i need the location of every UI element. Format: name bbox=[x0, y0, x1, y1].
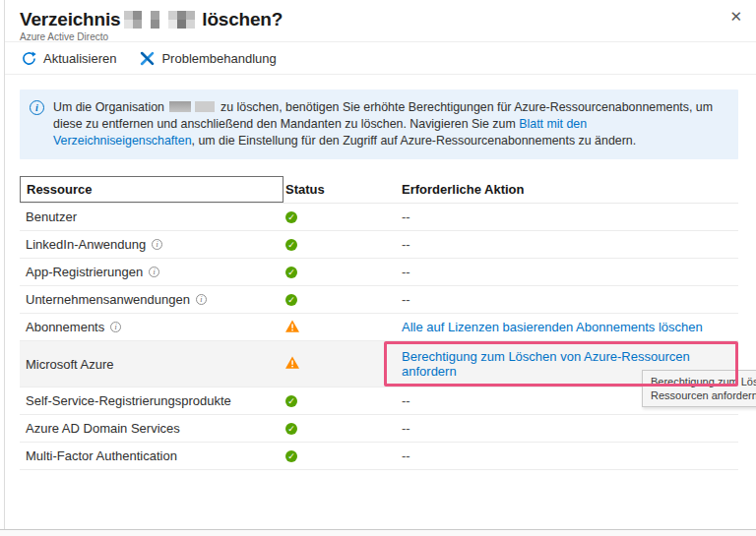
bottom-strip bbox=[0, 530, 756, 536]
table-row[interactable]: Benutzer ✓ -- bbox=[20, 204, 738, 231]
page-title: Verzeichnis löschen? bbox=[20, 9, 740, 30]
action-text: -- bbox=[402, 421, 410, 436]
refresh-button[interactable]: Aktualisieren bbox=[22, 51, 116, 66]
resource-info-icon: i bbox=[110, 322, 121, 332]
action-text: -- bbox=[402, 292, 410, 307]
title-prefix: Verzeichnis bbox=[20, 9, 120, 30]
status-ok-icon: ✓ bbox=[285, 395, 297, 407]
action-text[interactable]: Berechtigung zum Löschen von Azure-Resso… bbox=[402, 349, 690, 379]
action-text: -- bbox=[402, 237, 410, 252]
table-row[interactable]: LinkedIn-Anwendung i ✓ -- bbox=[20, 231, 738, 259]
resource-label: Benutzer bbox=[26, 209, 77, 224]
status-ok-icon: ✓ bbox=[285, 450, 297, 462]
column-header-erforderliche-aktion: Erforderliche Aktion bbox=[402, 182, 738, 197]
table-row[interactable]: Azure AD Domain Services ✓ -- bbox=[20, 415, 738, 443]
info-banner: i Um die Organisationzu löschen, benötig… bbox=[20, 89, 738, 159]
redacted-directory-name bbox=[124, 11, 195, 29]
tooltip-line-2: Ressourcen anfordern bbox=[651, 388, 756, 402]
resource-info-icon: i bbox=[196, 294, 207, 305]
column-header-status: Status bbox=[284, 182, 402, 197]
table-header-row: Ressource Status Erforderliche Aktion bbox=[20, 175, 738, 204]
troubleshoot-icon bbox=[140, 51, 155, 66]
blade-header: Verzeichnis löschen? Azure Active Direct… bbox=[5, 0, 756, 41]
table-row[interactable]: Microsoft Azure Berechtigung zum Löschen… bbox=[20, 341, 738, 387]
resource-label: App-Registrierungen bbox=[26, 265, 143, 279]
status-warning-icon bbox=[285, 356, 299, 372]
info-icon: i bbox=[30, 100, 44, 115]
resource-label: Microsoft Azure bbox=[26, 357, 114, 372]
annotation-highlight-box: Berechtigung zum Löschen von Azure-Resso… bbox=[384, 341, 738, 387]
command-bar: Aktualisieren Problembehandlung bbox=[5, 42, 756, 74]
status-ok-icon: ✓ bbox=[285, 239, 297, 251]
resource-label: Unternehmensanwendungen bbox=[26, 292, 190, 307]
redacted-org-name bbox=[169, 101, 215, 112]
table-row[interactable]: Multi-Factor Authentication ✓ -- bbox=[20, 443, 738, 470]
resource-label: Self-Service-Registrierungsprodukte bbox=[26, 393, 231, 408]
resource-label: LinkedIn-Anwendung bbox=[26, 237, 146, 252]
table-row[interactable]: Self-Service-Registrierungsprodukte ✓ -- bbox=[20, 387, 738, 415]
resource-table: Ressource Status Erforderliche Aktion Be… bbox=[20, 175, 738, 470]
troubleshoot-button[interactable]: Problembehandlung bbox=[140, 51, 276, 66]
status-ok-icon: ✓ bbox=[285, 211, 297, 223]
resource-label: Abonnements bbox=[26, 320, 104, 334]
action-text: -- bbox=[402, 448, 410, 463]
troubleshoot-label: Problembehandlung bbox=[161, 51, 276, 66]
resource-info-icon: i bbox=[149, 267, 159, 277]
column-header-ressource[interactable]: Ressource bbox=[20, 176, 284, 203]
table-row[interactable]: Abonnements i Alle auf Lizenzen basieren… bbox=[20, 314, 738, 341]
action-text: -- bbox=[402, 265, 410, 279]
title-suffix: löschen? bbox=[202, 9, 283, 30]
action-text[interactable]: Alle auf Lizenzen basierenden Abonnement… bbox=[402, 320, 703, 334]
resource-label: Multi-Factor Authentication bbox=[26, 448, 177, 463]
blade-subtitle: Azure Active Directo bbox=[20, 31, 740, 42]
status-ok-icon: ✓ bbox=[285, 267, 297, 278]
table-rows: Benutzer ✓ -- LinkedIn-Anwendung i ✓ -- … bbox=[20, 204, 738, 470]
table-row[interactable]: Unternehmensanwendungen i ✓ -- bbox=[20, 286, 738, 314]
status-ok-icon: ✓ bbox=[285, 294, 297, 306]
action-text: -- bbox=[402, 393, 410, 408]
action-text: -- bbox=[402, 209, 410, 224]
table-row[interactable]: App-Registrierungen i ✓ -- bbox=[20, 259, 738, 286]
status-ok-icon: ✓ bbox=[285, 423, 297, 435]
refresh-icon bbox=[22, 51, 36, 66]
toolbar-divider bbox=[5, 74, 756, 75]
resource-label: Azure AD Domain Services bbox=[26, 421, 180, 436]
status-warning-icon bbox=[285, 320, 299, 335]
info-banner-text: Um die Organisationzu löschen, benötigen… bbox=[53, 99, 726, 149]
refresh-label: Aktualisieren bbox=[43, 51, 116, 66]
resource-info-icon: i bbox=[152, 239, 162, 250]
close-icon[interactable]: ✕ bbox=[729, 9, 742, 24]
